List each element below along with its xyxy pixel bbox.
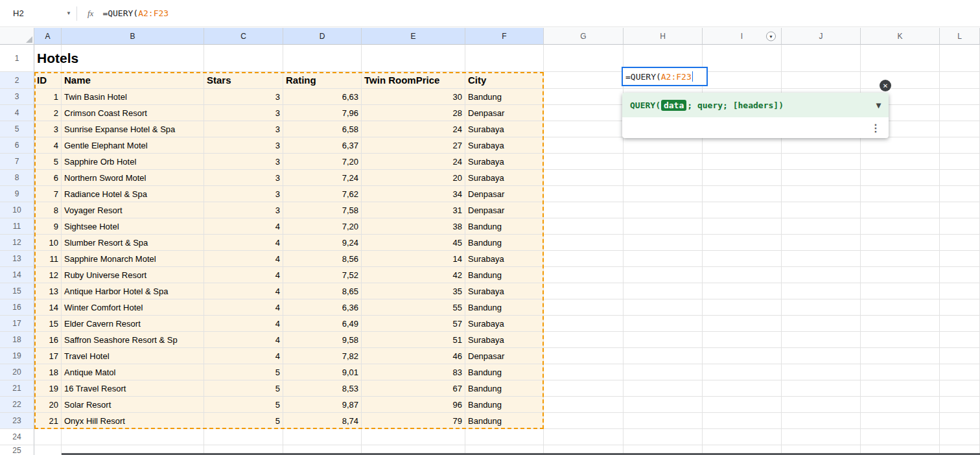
cell-E19[interactable]: 46 [362,348,465,364]
cell-I16[interactable] [703,299,782,316]
cell-G24[interactable] [544,429,624,445]
cell-B13[interactable]: Sapphire Monarch Motel [62,251,204,267]
chevron-down-icon[interactable]: ▾ [876,100,881,110]
cell-D8[interactable]: 7,24 [283,170,362,186]
cell-H20[interactable] [624,364,703,380]
cell-C5[interactable]: 3 [204,121,283,137]
cell-H6[interactable] [624,137,703,154]
cell-I14[interactable] [703,267,782,283]
cell-E20[interactable]: 83 [362,364,465,380]
cell-C4[interactable]: 3 [204,105,283,121]
column-header-D[interactable]: D [283,28,362,45]
cell-H21[interactable] [624,380,703,397]
cell-J6[interactable] [782,137,861,154]
cell-L10[interactable] [940,202,980,218]
cell-D16[interactable]: 6,36 [283,299,362,316]
cell-E11[interactable]: 38 [362,218,465,235]
cell-G7[interactable] [544,154,624,170]
cell-A25[interactable] [34,445,62,455]
cell-J12[interactable] [782,235,861,251]
cell-B1[interactable] [62,45,204,72]
cell-H8[interactable] [624,170,703,186]
row-header-11[interactable]: 11 [0,218,34,235]
row-header-21[interactable]: 21 [0,380,34,397]
cell-E9[interactable]: 34 [362,186,465,202]
cell-D6[interactable]: 6,37 [283,137,362,154]
column-header-H[interactable]: H [624,28,703,45]
cell-E15[interactable]: 35 [362,283,465,299]
cell-D7[interactable]: 7,20 [283,154,362,170]
cell-J24[interactable] [782,429,861,445]
cell-L12[interactable] [940,235,980,251]
cell-I9[interactable] [703,186,782,202]
cell-H9[interactable] [624,186,703,202]
cell-A21[interactable]: 19 [34,380,62,397]
cell-J18[interactable] [782,332,861,348]
cell-L9[interactable] [940,186,980,202]
column-header-G[interactable]: G [544,28,624,45]
cell-G17[interactable] [544,316,624,332]
cell-B6[interactable]: Gentle Elephant Motel [62,137,204,154]
cell-L13[interactable] [940,251,980,267]
cell-C20[interactable]: 5 [204,364,283,380]
close-help-button[interactable]: ✕ [880,80,891,91]
cell-A9[interactable]: 7 [34,186,62,202]
cell-K7[interactable] [861,154,940,170]
cell-C16[interactable]: 4 [204,299,283,316]
cell-F22[interactable]: Bandung [465,397,544,413]
cell-I8[interactable] [703,170,782,186]
cell-H17[interactable] [624,316,703,332]
cell-A15[interactable]: 13 [34,283,62,299]
cell-A12[interactable]: 10 [34,235,62,251]
cell-D20[interactable]: 9,01 [283,364,362,380]
cell-K9[interactable] [861,186,940,202]
cell-L5[interactable] [940,121,980,137]
cell-K18[interactable] [861,332,940,348]
cell-K20[interactable] [861,364,940,380]
cell-B20[interactable]: Antique Matol [62,364,204,380]
cell-G12[interactable] [544,235,624,251]
cell-L23[interactable] [940,413,980,429]
cell-F23[interactable]: Bandung [465,413,544,429]
cell-D22[interactable]: 9,87 [283,397,362,413]
cell-C10[interactable]: 3 [204,202,283,218]
cell-B11[interactable]: Sightsee Hotel [62,218,204,235]
cell-B5[interactable]: Sunrise Expanse Hotel & Spa [62,121,204,137]
cell-E13[interactable]: 14 [362,251,465,267]
cell-D21[interactable]: 8,53 [283,380,362,397]
cell-B22[interactable]: Solar Resort [62,397,204,413]
cell-C19[interactable]: 4 [204,348,283,364]
cell-G14[interactable] [544,267,624,283]
row-header-2[interactable]: 2 [0,72,34,89]
cell-B23[interactable]: Onyx Hill Resort [62,413,204,429]
cell-G13[interactable] [544,251,624,267]
row-header-1[interactable]: 1 [0,45,34,72]
cell-L15[interactable] [940,283,980,299]
cell-H15[interactable] [624,283,703,299]
cell-K6[interactable] [861,137,940,154]
cell-F9[interactable]: Denpasar [465,186,544,202]
cell-L7[interactable] [940,154,980,170]
cell-A4[interactable]: 2 [34,105,62,121]
cell-J22[interactable] [782,397,861,413]
row-header-25[interactable]: 25 [0,445,34,455]
cell-G18[interactable] [544,332,624,348]
cell-H12[interactable] [624,235,703,251]
cell-D11[interactable]: 7,20 [283,218,362,235]
cell-C1[interactable] [204,45,283,72]
cell-D5[interactable]: 6,58 [283,121,362,137]
cell-J11[interactable] [782,218,861,235]
cell-B24[interactable] [62,429,204,445]
cell-E18[interactable]: 51 [362,332,465,348]
cell-F14[interactable]: Bandung [465,267,544,283]
cell-F12[interactable]: Bandung [465,235,544,251]
cell-A5[interactable]: 3 [34,121,62,137]
cell-G4[interactable] [544,105,624,121]
row-header-22[interactable]: 22 [0,397,34,413]
more-vertical-icon[interactable]: ⋮ [870,122,881,134]
cell-J2[interactable] [782,72,861,89]
row-header-4[interactable]: 4 [0,105,34,121]
cell-I7[interactable] [703,154,782,170]
row-header-8[interactable]: 8 [0,170,34,186]
cell-B2[interactable]: Name [62,72,204,89]
